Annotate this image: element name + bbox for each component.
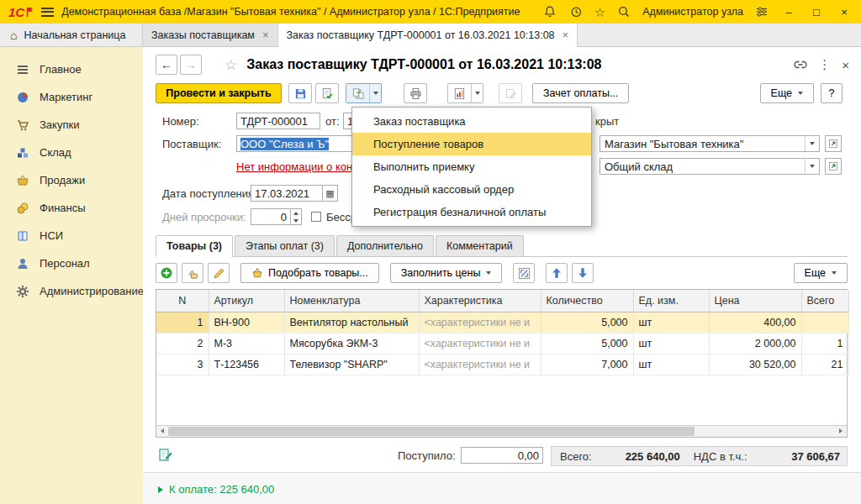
create-based-on-dropdown[interactable]	[369, 84, 381, 102]
store-dropdown-icon[interactable]	[805, 136, 819, 151]
favorite-star-icon[interactable]: ☆	[224, 58, 237, 72]
cell-price[interactable]: 2 000,00	[709, 333, 801, 354]
sliders-icon[interactable]	[754, 4, 769, 19]
fill-prices-button[interactable]: Заполнить цены	[390, 263, 503, 283]
tab-supplier-orders[interactable]: Заказы поставщикам ×	[143, 24, 278, 46]
main-menu-icon[interactable]	[41, 8, 54, 17]
overdue-spinner[interactable]	[291, 208, 302, 225]
move-down-button[interactable]	[572, 263, 594, 283]
calendar-icon[interactable]: ▦	[323, 185, 338, 202]
tab-supplier-order-document[interactable]: Заказ поставщику ТДРТ-000001 от 16.03.20…	[278, 24, 578, 47]
warehouse-combo[interactable]: Общий склад	[600, 158, 820, 175]
cell-total[interactable]	[801, 312, 848, 333]
tab-close-icon[interactable]: ×	[563, 29, 569, 40]
to-pay-link[interactable]: К оплате: 225 640,00	[158, 483, 274, 496]
menu-item-goods-receipt[interactable]: Поступление товаров	[352, 133, 591, 155]
cell-nomenclature[interactable]: Вентилятор настольный	[284, 312, 419, 333]
goods-more-button[interactable]: Еще	[794, 263, 848, 283]
cell-quantity[interactable]: 7,000	[541, 354, 633, 375]
get-link-icon[interactable]	[794, 58, 807, 71]
payment-offset-button[interactable]: Зачет оплаты...	[532, 83, 629, 103]
table-row[interactable]: 3 Т-123456 Телевизор "SHARP" <характерис…	[156, 354, 848, 375]
scrollbar-thumb[interactable]	[168, 427, 695, 436]
edit-document-button[interactable]	[499, 83, 522, 103]
form-more-button[interactable]: Еще	[760, 83, 814, 103]
cell-article[interactable]: Т-123456	[209, 354, 284, 375]
cell-characteristic[interactable]: <характеристики не и	[419, 354, 541, 375]
maximize-button[interactable]: □	[808, 7, 825, 18]
close-form-icon[interactable]: ×	[842, 58, 849, 72]
cell-article[interactable]: М-3	[209, 333, 284, 354]
cell-nomenclature[interactable]: Мясорубка ЭКМ-3	[284, 333, 419, 354]
close-window-button[interactable]: ×	[836, 7, 853, 18]
more-actions-icon[interactable]: ⋮	[818, 57, 831, 72]
number-input[interactable]	[236, 113, 320, 129]
notes-icon[interactable]	[158, 447, 173, 465]
cell-characteristic[interactable]: <характеристики не и	[419, 333, 541, 354]
save-button[interactable]	[288, 83, 312, 103]
received-input[interactable]	[461, 447, 543, 464]
move-up-button[interactable]	[546, 263, 568, 283]
spin-up-icon[interactable]	[291, 209, 301, 217]
pick-goods-button[interactable]: Подобрать товары...	[240, 263, 379, 283]
table-row[interactable]: 2 М-3 Мясорубка ЭКМ-3 <характеристики не…	[156, 333, 848, 354]
cell-total[interactable]: 21	[801, 354, 848, 375]
cell-n[interactable]: 1	[156, 312, 209, 333]
cell-price[interactable]: 30 520,00	[709, 354, 801, 375]
table-row[interactable]: 1 ВН-900 Вентилятор настольный <характер…	[156, 312, 848, 333]
post-and-close-button[interactable]: Провести и закрыть	[156, 83, 282, 103]
tab-close-icon[interactable]: ×	[262, 29, 269, 40]
report-icon[interactable]	[448, 84, 471, 102]
print-button[interactable]	[404, 83, 427, 103]
warehouse-open-button[interactable]	[825, 158, 842, 175]
notifications-bell-icon[interactable]	[542, 4, 557, 19]
history-icon[interactable]	[568, 4, 584, 19]
add-row-button[interactable]	[156, 263, 177, 283]
cell-price[interactable]: 400,00	[709, 312, 801, 333]
cell-quantity[interactable]: 5,000	[541, 333, 633, 354]
sidebar-item-main[interactable]: Главное	[0, 55, 143, 83]
edit-row-button[interactable]	[208, 263, 230, 283]
horizontal-scrollbar[interactable]	[156, 425, 847, 437]
cell-article[interactable]: ВН-900	[209, 312, 284, 333]
tab-comment[interactable]: Комментарий	[436, 235, 524, 256]
scroll-right-icon[interactable]	[835, 426, 847, 437]
sidebar-item-sales[interactable]: Продажи	[0, 166, 143, 194]
sidebar-item-marketing[interactable]: Маркетинг	[0, 83, 143, 111]
cell-unit[interactable]: шт	[633, 354, 709, 375]
tab-goods[interactable]: Товары (3)	[156, 235, 233, 257]
cell-n[interactable]: 2	[156, 333, 209, 354]
sidebar-item-nsi[interactable]: НСИ	[0, 222, 143, 249]
spin-down-icon[interactable]	[291, 217, 301, 224]
cell-n[interactable]: 3	[156, 354, 209, 375]
cell-unit[interactable]: шт	[633, 333, 709, 354]
menu-item-supplier-order[interactable]: Заказ поставщика	[352, 110, 591, 133]
termless-checkbox[interactable]	[311, 212, 321, 222]
store-combo[interactable]: Магазин "Бытовая техника"	[600, 135, 820, 152]
warehouse-dropdown-icon[interactable]	[805, 159, 819, 174]
receipt-date-input[interactable]	[251, 185, 323, 202]
store-open-button[interactable]	[825, 135, 842, 152]
scrollbar-track[interactable]	[168, 426, 835, 437]
tab-payment-stages[interactable]: Этапы оплат (3)	[235, 235, 335, 256]
pick-rows-button[interactable]	[182, 263, 203, 283]
minimize-button[interactable]: –	[780, 7, 797, 18]
favorites-star-icon[interactable]: ☆	[594, 6, 605, 18]
tab-additional[interactable]: Дополнительно	[336, 235, 434, 256]
search-icon[interactable]	[616, 4, 631, 19]
counterparty-info-link[interactable]: Нет информации о кон	[236, 160, 352, 173]
post-button[interactable]	[315, 83, 339, 103]
cell-total[interactable]: 1	[801, 333, 848, 354]
reports-button[interactable]	[447, 83, 483, 103]
overdue-days-input[interactable]	[251, 208, 291, 225]
sidebar-item-warehouse[interactable]: Склад	[0, 139, 143, 166]
cell-unit[interactable]: шт	[633, 312, 709, 333]
expand-table-button[interactable]	[513, 263, 535, 283]
menu-item-perform-acceptance[interactable]: Выполнить приемку	[352, 155, 591, 178]
reports-dropdown[interactable]	[471, 84, 483, 102]
home-page-tab[interactable]: ⌂ Начальная страница	[0, 24, 143, 46]
create-based-on-icon[interactable]	[346, 84, 369, 102]
cell-characteristic[interactable]: <характеристики не и	[419, 312, 541, 333]
scroll-left-icon[interactable]	[156, 426, 168, 437]
create-based-on-button[interactable]	[346, 83, 382, 103]
